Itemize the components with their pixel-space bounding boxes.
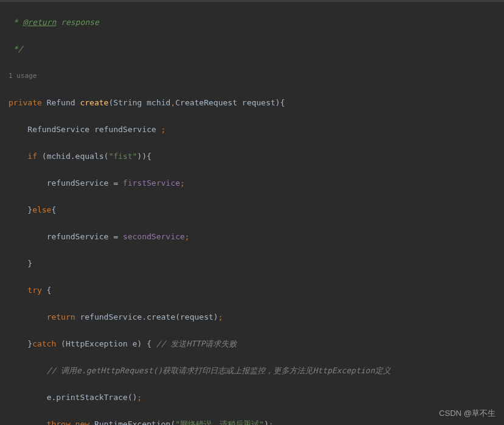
- watermark: CSDN @草不生: [439, 407, 495, 420]
- code-editor[interactable]: * @return response */: [0, 2, 504, 69]
- doc-line: * @return response: [9, 16, 495, 29]
- usages-hint[interactable]: 1 usage: [0, 69, 504, 83]
- doc-close: */: [9, 43, 495, 56]
- code-body[interactable]: private Refund create(String mchid,Creat…: [0, 83, 504, 425]
